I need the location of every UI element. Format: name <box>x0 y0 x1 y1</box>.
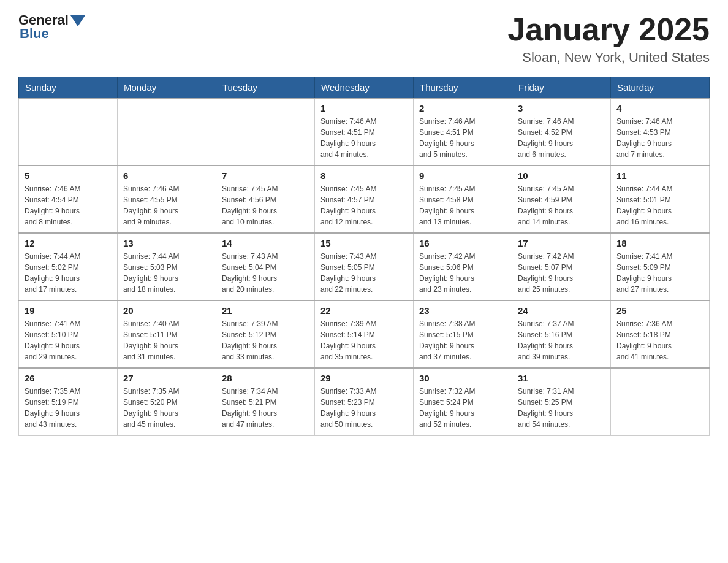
logo-arrow-icon <box>70 15 85 26</box>
table-row: 24Sunrise: 7:37 AMSunset: 5:16 PMDayligh… <box>512 301 611 368</box>
day-number: 10 <box>518 170 605 181</box>
day-number: 27 <box>123 373 210 383</box>
table-row: 17Sunrise: 7:42 AMSunset: 5:07 PMDayligh… <box>512 233 611 301</box>
header-friday: Friday <box>512 77 611 99</box>
day-number: 18 <box>616 238 703 248</box>
day-number: 3 <box>518 103 605 113</box>
table-row <box>216 98 315 166</box>
day-number: 24 <box>518 305 605 316</box>
day-number: 22 <box>320 305 408 316</box>
day-info: Sunrise: 7:46 AMSunset: 4:51 PMDaylight:… <box>320 116 408 160</box>
day-info: Sunrise: 7:42 AMSunset: 5:06 PMDaylight:… <box>419 251 506 295</box>
day-info: Sunrise: 7:35 AMSunset: 5:19 PMDaylight:… <box>25 386 112 430</box>
calendar-header: SundayMondayTuesdayWednesdayThursdayFrid… <box>19 77 710 99</box>
day-number: 20 <box>123 305 210 316</box>
day-info: Sunrise: 7:46 AMSunset: 4:55 PMDaylight:… <box>123 183 210 228</box>
day-info: Sunrise: 7:46 AMSunset: 4:52 PMDaylight:… <box>518 116 605 160</box>
day-info: Sunrise: 7:45 AMSunset: 4:59 PMDaylight:… <box>518 183 605 228</box>
day-number: 26 <box>25 373 112 383</box>
day-info: Sunrise: 7:46 AMSunset: 4:54 PMDaylight:… <box>25 183 112 228</box>
day-info: Sunrise: 7:34 AMSunset: 5:21 PMDaylight:… <box>222 386 309 430</box>
table-row: 1Sunrise: 7:46 AMSunset: 4:51 PMDaylight… <box>315 98 414 166</box>
table-row: 29Sunrise: 7:33 AMSunset: 5:23 PMDayligh… <box>315 368 414 435</box>
table-row: 11Sunrise: 7:44 AMSunset: 5:01 PMDayligh… <box>611 166 710 233</box>
page-header: General Blue January 2025 Sloan, New Yor… <box>18 12 710 66</box>
day-info: Sunrise: 7:46 AMSunset: 4:53 PMDaylight:… <box>616 116 703 160</box>
day-info: Sunrise: 7:39 AMSunset: 5:12 PMDaylight:… <box>222 318 309 362</box>
day-number: 31 <box>518 373 605 383</box>
table-row: 14Sunrise: 7:43 AMSunset: 5:04 PMDayligh… <box>216 233 315 301</box>
day-info: Sunrise: 7:44 AMSunset: 5:01 PMDaylight:… <box>616 183 703 228</box>
day-number: 14 <box>222 238 309 248</box>
logo: General Blue <box>18 12 85 42</box>
table-row: 10Sunrise: 7:45 AMSunset: 4:59 PMDayligh… <box>512 166 611 233</box>
day-number: 7 <box>222 170 309 181</box>
header-tuesday: Tuesday <box>216 77 315 99</box>
day-number: 11 <box>616 170 703 181</box>
table-row: 22Sunrise: 7:39 AMSunset: 5:14 PMDayligh… <box>315 301 414 368</box>
day-number: 29 <box>320 373 408 383</box>
day-info: Sunrise: 7:35 AMSunset: 5:20 PMDaylight:… <box>123 386 210 430</box>
day-info: Sunrise: 7:46 AMSunset: 4:51 PMDaylight:… <box>419 116 506 160</box>
day-number: 6 <box>123 170 210 181</box>
table-row: 30Sunrise: 7:32 AMSunset: 5:24 PMDayligh… <box>414 368 512 435</box>
table-row: 15Sunrise: 7:43 AMSunset: 5:05 PMDayligh… <box>315 233 414 301</box>
table-row: 18Sunrise: 7:41 AMSunset: 5:09 PMDayligh… <box>611 233 710 301</box>
day-info: Sunrise: 7:32 AMSunset: 5:24 PMDaylight:… <box>419 386 506 430</box>
day-info: Sunrise: 7:45 AMSunset: 4:58 PMDaylight:… <box>419 183 506 228</box>
day-info: Sunrise: 7:44 AMSunset: 5:02 PMDaylight:… <box>25 251 112 295</box>
table-row <box>611 368 710 435</box>
table-row: 27Sunrise: 7:35 AMSunset: 5:20 PMDayligh… <box>118 368 216 435</box>
title-section: January 2025 Sloan, New York, United Sta… <box>507 12 710 66</box>
day-info: Sunrise: 7:42 AMSunset: 5:07 PMDaylight:… <box>518 251 605 295</box>
day-info: Sunrise: 7:45 AMSunset: 4:56 PMDaylight:… <box>222 183 309 228</box>
day-info: Sunrise: 7:41 AMSunset: 5:09 PMDaylight:… <box>616 251 703 295</box>
day-info: Sunrise: 7:41 AMSunset: 5:10 PMDaylight:… <box>25 318 112 362</box>
table-row: 12Sunrise: 7:44 AMSunset: 5:02 PMDayligh… <box>19 233 118 301</box>
day-number: 9 <box>419 170 506 181</box>
day-info: Sunrise: 7:36 AMSunset: 5:18 PMDaylight:… <box>616 318 703 362</box>
day-number: 15 <box>320 238 408 248</box>
day-number: 30 <box>419 373 506 383</box>
day-info: Sunrise: 7:33 AMSunset: 5:23 PMDaylight:… <box>320 386 408 430</box>
table-row: 16Sunrise: 7:42 AMSunset: 5:06 PMDayligh… <box>414 233 512 301</box>
day-info: Sunrise: 7:40 AMSunset: 5:11 PMDaylight:… <box>123 318 210 362</box>
day-number: 21 <box>222 305 309 316</box>
day-number: 5 <box>25 170 112 181</box>
day-info: Sunrise: 7:37 AMSunset: 5:16 PMDaylight:… <box>518 318 605 362</box>
table-row: 4Sunrise: 7:46 AMSunset: 4:53 PMDaylight… <box>611 98 710 166</box>
table-row: 26Sunrise: 7:35 AMSunset: 5:19 PMDayligh… <box>19 368 118 435</box>
logo-blue-text: Blue <box>20 26 49 42</box>
day-number: 8 <box>320 170 408 181</box>
header-saturday: Saturday <box>611 77 710 99</box>
day-number: 13 <box>123 238 210 248</box>
day-info: Sunrise: 7:39 AMSunset: 5:14 PMDaylight:… <box>320 318 408 362</box>
day-info: Sunrise: 7:38 AMSunset: 5:15 PMDaylight:… <box>419 318 506 362</box>
day-number: 12 <box>25 238 112 248</box>
day-info: Sunrise: 7:43 AMSunset: 5:04 PMDaylight:… <box>222 251 309 295</box>
table-row: 19Sunrise: 7:41 AMSunset: 5:10 PMDayligh… <box>19 301 118 368</box>
day-number: 16 <box>419 238 506 248</box>
table-row: 20Sunrise: 7:40 AMSunset: 5:11 PMDayligh… <box>118 301 216 368</box>
header-sunday: Sunday <box>19 77 118 99</box>
day-number: 17 <box>518 238 605 248</box>
day-number: 25 <box>616 305 703 316</box>
table-row: 2Sunrise: 7:46 AMSunset: 4:51 PMDaylight… <box>414 98 512 166</box>
day-info: Sunrise: 7:45 AMSunset: 4:57 PMDaylight:… <box>320 183 408 228</box>
table-row <box>118 98 216 166</box>
header-wednesday: Wednesday <box>315 77 414 99</box>
day-info: Sunrise: 7:31 AMSunset: 5:25 PMDaylight:… <box>518 386 605 430</box>
header-monday: Monday <box>118 77 216 99</box>
calendar-title: January 2025 <box>507 12 710 47</box>
header-thursday: Thursday <box>414 77 512 99</box>
table-row: 31Sunrise: 7:31 AMSunset: 5:25 PMDayligh… <box>512 368 611 435</box>
day-info: Sunrise: 7:43 AMSunset: 5:05 PMDaylight:… <box>320 251 408 295</box>
table-row: 25Sunrise: 7:36 AMSunset: 5:18 PMDayligh… <box>611 301 710 368</box>
table-row: 23Sunrise: 7:38 AMSunset: 5:15 PMDayligh… <box>414 301 512 368</box>
day-number: 23 <box>419 305 506 316</box>
table-row: 28Sunrise: 7:34 AMSunset: 5:21 PMDayligh… <box>216 368 315 435</box>
table-row <box>19 98 118 166</box>
table-row: 7Sunrise: 7:45 AMSunset: 4:56 PMDaylight… <box>216 166 315 233</box>
table-row: 8Sunrise: 7:45 AMSunset: 4:57 PMDaylight… <box>315 166 414 233</box>
day-number: 1 <box>320 103 408 113</box>
